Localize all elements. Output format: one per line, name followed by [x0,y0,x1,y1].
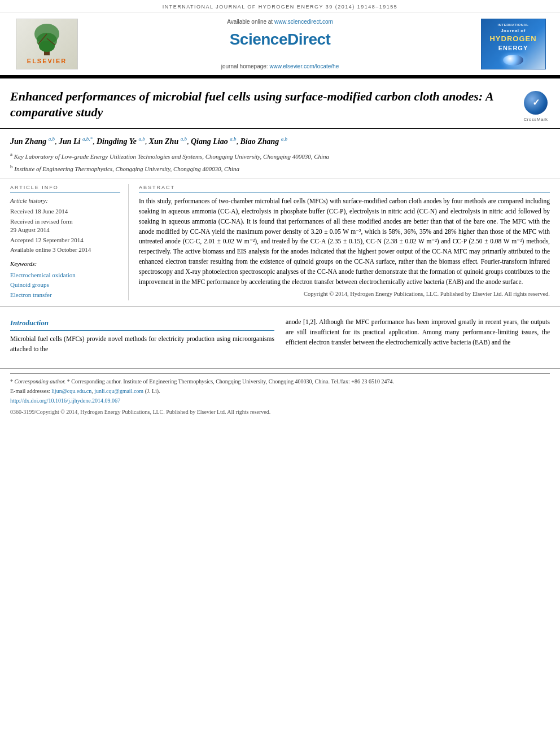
doi-line: http://dx.doi.org/10.1016/j.ijhydene.201… [10,396,550,405]
journal-url[interactable]: www.elsevier.com/locate/he [269,63,339,69]
header-area: ELSEVIER Available online at www.science… [0,12,560,77]
email-link-1[interactable]: lijun@cqu.edu.cn [51,388,91,394]
corresponding-label: * Corresponding author. [10,378,67,385]
authors-area: Jun Zhang a,b, Jun Li a,b,*, Dingding Ye… [0,129,560,179]
sciencedirect-title: ScienceDirect [230,28,331,50]
revised-date: Received in revised form29 August 2014 [10,217,120,235]
elsevier-label: ELSEVIER [27,57,67,65]
article-title-text: Enhanced performances of microbial fuel … [10,89,516,121]
keywords-label: Keywords: [10,260,120,268]
available-date: Available online 3 October 2014 [10,246,120,254]
email-label: E-mail addresses: [10,388,50,394]
affiliation-b: b Institute of Engineering Thermophysics… [10,163,550,173]
crossmark-label: CrossMark [523,116,548,123]
elsevier-tree-icon [27,23,67,56]
footnote-divider [10,373,550,374]
email-link-2[interactable]: junli.cqu@gmail.com [94,388,143,394]
keyword-3: Electron transfer [10,291,120,299]
right-logo: INTERNATIONAL Journal of HYDROGEN ENERGY [476,18,550,71]
elsevier-image: ELSEVIER [16,19,78,69]
crossmark-badge: ✓ [524,91,548,115]
introduction-title: Introduction [10,317,274,331]
email-suffix: (J. Li). [145,388,160,394]
accepted-date: Accepted 12 September 2014 [10,236,120,244]
article-history-label: Article history: [10,196,120,205]
hydrogen-orb-icon [503,55,523,65]
top-banner: INTERNATIONAL JOURNAL OF HYDROGEN ENERGY… [0,0,560,12]
abstract-text: In this study, performances of two-chamb… [139,196,550,287]
corresponding-author-note: * Corresponding author. * Corresponding … [10,377,550,386]
abstract-header: ABSTRACT [139,184,550,193]
footnote-area: * Corresponding author. * Corresponding … [0,368,560,416]
keyword-2: Quinoid groups [10,281,120,289]
keyword-1: Electrochemical oxidation [10,271,120,279]
body-col-left: Introduction Microbial fuel cells (MFCs)… [10,317,274,355]
center-header: Available online at www.sciencedirect.co… [84,18,476,71]
abstract-col: ABSTRACT In this study, performances of … [139,184,550,300]
intro-text-col1: Microbial fuel cells (MFCs) provide nove… [10,334,274,355]
main-content: Introduction Microbial fuel cells (MFCs)… [0,307,560,360]
article-title-area: Enhanced performances of microbial fuel … [0,78,560,129]
keywords-section: Keywords: Electrochemical oxidation Quin… [10,260,120,299]
journal-homepage: journal homepage: www.elsevier.com/locat… [221,63,339,71]
available-online: Available online at www.sciencedirect.co… [227,18,333,26]
affiliation-a: a Key Laboratory of Low-grade Energy Uti… [10,151,550,161]
issn-line: 0360-3199/Copyright © 2014, Hydrogen Ene… [10,408,550,416]
doi-link[interactable]: http://dx.doi.org/10.1016/j.ijhydene.201… [10,397,120,404]
authors-line: Jun Zhang a,b, Jun Li a,b,*, Dingding Ye… [10,134,550,148]
intro-text-col2: anode [1,2]. Although the MFC performanc… [286,317,550,347]
available-url[interactable]: www.sciencedirect.com [274,19,333,25]
banner-text: INTERNATIONAL JOURNAL OF HYDROGEN ENERGY… [163,4,398,10]
article-title: Enhanced performances of microbial fuel … [10,89,516,121]
copyright-line: Copyright © 2014, Hydrogen Energy Public… [139,290,550,299]
corresponding-text: * Corresponding author. Institute of Eng… [67,378,394,385]
two-col-body: Introduction Microbial fuel cells (MFCs)… [10,317,550,355]
hydrogen-logo: INTERNATIONAL Journal of HYDROGEN ENERGY [481,19,546,69]
elsevier-logo: ELSEVIER [10,18,84,71]
received-date: Received 18 June 2014 [10,207,120,216]
article-info-header: ARTICLE INFO [10,184,120,193]
info-abstract-section: ARTICLE INFO Article history: Received 1… [0,178,560,307]
crossmark-area: ✓ CrossMark [522,89,550,123]
email-line: E-mail addresses: lijun@cqu.edu.cn, junl… [10,387,550,395]
article-info-col: ARTICLE INFO Article history: Received 1… [10,184,129,300]
body-col-right: anode [1,2]. Although the MFC performanc… [286,317,550,355]
